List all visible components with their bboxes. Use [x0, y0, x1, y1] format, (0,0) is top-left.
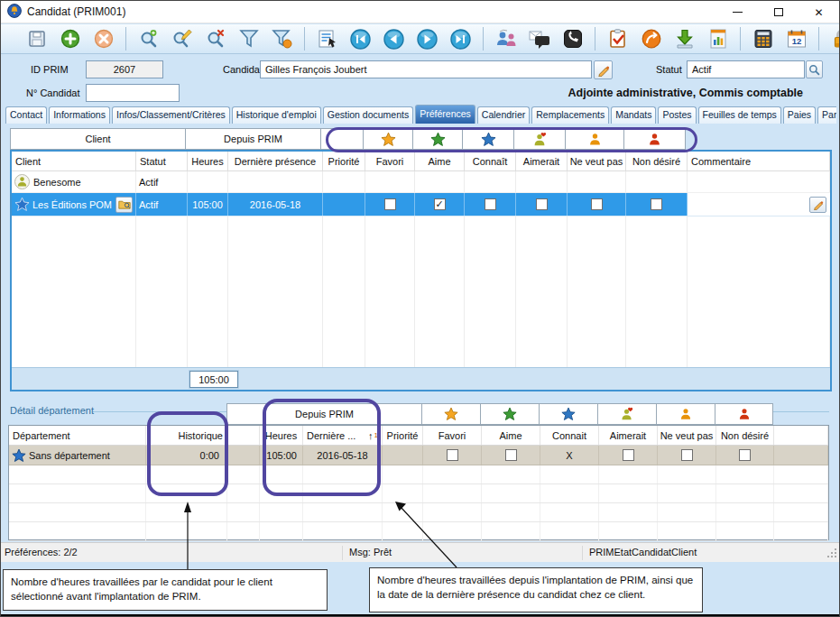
col-non-desire[interactable]: Non désiré [626, 152, 688, 170]
no-candidat-field[interactable] [86, 84, 180, 102]
col-aime[interactable]: Aime [482, 426, 540, 445]
col-connait[interactable]: Connait [540, 426, 599, 445]
tab-informations[interactable]: Informations [49, 106, 110, 124]
import-icon[interactable] [670, 26, 698, 52]
edit-candidat-button[interactable] [594, 60, 613, 79]
col-historique[interactable]: Historique [146, 426, 227, 445]
col-statut[interactable]: Statut [136, 152, 188, 170]
col-priorite[interactable]: Priorité [383, 426, 423, 445]
tab-postes[interactable]: Postes [658, 106, 696, 124]
candidat-label: Candidat [223, 64, 263, 75]
prim-icon[interactable] [637, 26, 665, 52]
tasks-icon[interactable] [604, 26, 632, 52]
section-label: Détail département [10, 405, 94, 416]
col-departement[interactable]: Département [9, 426, 146, 445]
tab-parametres[interactable]: Paramètres [817, 106, 836, 124]
col-aimerait[interactable]: Aimerait [599, 426, 658, 445]
connait-cell: X [540, 446, 599, 465]
favori-star-icon [364, 128, 413, 150]
filter-options-icon[interactable] [268, 26, 296, 52]
favori-checkbox[interactable] [447, 449, 458, 461]
aimerait-checkbox[interactable] [623, 449, 634, 461]
statut-search-button[interactable] [806, 60, 823, 78]
bottom-group-depuis-prim: Depuis PRIM [226, 403, 422, 425]
col-client[interactable]: Client [12, 152, 136, 170]
aimerait-checkbox[interactable] [536, 198, 548, 210]
col-non-desire[interactable]: Non désiré [716, 426, 774, 445]
edit-commentaire-button[interactable] [809, 197, 826, 213]
search-icon[interactable] [134, 26, 162, 52]
tab-mandats[interactable]: Mandats [611, 106, 656, 124]
tab-paies[interactable]: Paies [783, 106, 816, 124]
col-favori[interactable]: Favori [365, 152, 415, 170]
minimize-button[interactable] [717, 1, 758, 23]
non-desire-checkbox[interactable] [651, 198, 662, 210]
aime-checkbox[interactable] [505, 449, 517, 461]
col-ne-veut-pas[interactable]: Ne veut pas [568, 152, 626, 170]
calculator-icon[interactable] [749, 26, 777, 52]
no-candidat-label: N° Candidat [26, 87, 79, 98]
historique-cell: 0:00 [146, 446, 227, 465]
candidat-field[interactable]: Gilles François Joubert [260, 60, 592, 78]
departement-row-selected[interactable]: Sans département 0:00 105:00 2016-05-18 … [9, 446, 828, 465]
report-icon[interactable] [704, 26, 732, 52]
tab-gestion-documents[interactable]: Gestion documents [323, 106, 413, 124]
empty-rows-area [12, 216, 830, 367]
filter-icon[interactable] [235, 26, 263, 52]
departement-star-icon [12, 448, 26, 463]
connait-checkbox[interactable] [485, 198, 496, 210]
messages-icon[interactable] [525, 26, 553, 52]
col-aimerait[interactable]: Aimerait [516, 152, 568, 170]
open-client-button[interactable] [115, 197, 133, 213]
tab-contact[interactable]: Contact [5, 106, 47, 124]
ne-veut-pas-checkbox[interactable] [591, 198, 603, 210]
cancel-icon[interactable] [89, 26, 117, 52]
close-button[interactable]: ✕ [798, 1, 839, 23]
search-edit-icon[interactable] [168, 26, 196, 52]
heures-cell: 105:00 [260, 446, 303, 465]
add-icon[interactable] [56, 26, 84, 52]
phone-icon[interactable] [558, 26, 586, 52]
tab-infos-classement-criteres[interactable]: Infos/Classement/Critères [112, 106, 230, 124]
tab-calendrier[interactable]: Calendrier [477, 106, 530, 124]
toolbar-separator [740, 27, 741, 51]
calendar-icon[interactable]: 12 [782, 26, 810, 52]
nav-last-icon[interactable] [447, 26, 475, 52]
favori-checkbox[interactable] [384, 198, 396, 210]
resize-grip[interactable] [827, 548, 836, 559]
ne-veut-pas-checkbox[interactable] [681, 449, 693, 461]
tab-remplacements[interactable]: Remplacements [531, 106, 609, 124]
col-priorite[interactable]: Priorité [323, 152, 365, 170]
tab-preferences[interactable]: Préférences [415, 105, 475, 124]
non-desire-checkbox[interactable] [739, 449, 751, 461]
connait-star-icon [463, 128, 514, 150]
table-row-selected[interactable]: Les Éditions POM Actif 105:00 2016-05-18… [12, 193, 830, 216]
client-person-icon [14, 174, 30, 189]
tab-historique-emploi[interactable]: Historique d'emploi [232, 106, 321, 124]
lock-icon[interactable] [827, 26, 840, 52]
search-clear-icon[interactable] [201, 26, 229, 52]
contacts-icon[interactable] [492, 26, 520, 52]
callout-historique: Nombre d'heures travaillées par le candi… [3, 569, 328, 611]
nav-next-icon[interactable] [413, 26, 441, 52]
col-connait[interactable]: Connaît [465, 152, 516, 170]
col-commentaire[interactable]: Commentaire [688, 152, 830, 170]
statut-label: Statut [656, 64, 682, 75]
select-record-icon[interactable] [313, 26, 341, 52]
derniere-cell: 2016-05-18 [303, 446, 383, 465]
col-favori[interactable]: Favori [423, 426, 482, 445]
nav-previous-icon[interactable] [380, 26, 408, 52]
statut-field[interactable]: Actif [687, 60, 805, 78]
maximize-button[interactable] [758, 1, 798, 23]
aime-checkbox[interactable]: ✓ [434, 198, 446, 210]
table-row[interactable]: Benesome Actif [12, 171, 830, 193]
save-icon[interactable] [23, 26, 51, 52]
col-derniere-presence[interactable]: Dernière présence [228, 152, 323, 170]
col-aime[interactable]: Aime [415, 152, 465, 170]
tab-feuilles-de-temps[interactable]: Feuilles de temps [698, 106, 781, 124]
nav-first-icon[interactable] [346, 26, 374, 52]
col-ne-veut-pas[interactable]: Ne veut pas [658, 426, 716, 445]
col-derniere[interactable]: Dernière ...↑1 [303, 426, 383, 445]
col-heures[interactable]: Heures [188, 152, 228, 170]
col-heures[interactable]: Heures [260, 426, 303, 445]
